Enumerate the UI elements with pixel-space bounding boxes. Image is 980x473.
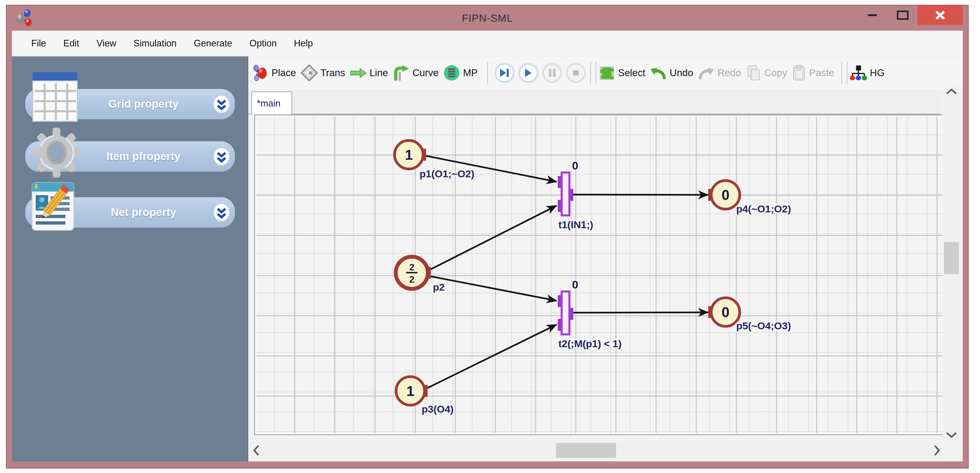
arc-p2-t1[interactable]: [431, 205, 557, 269]
mp-tool-label: MP: [463, 67, 478, 78]
horizontal-scroll-thumb[interactable]: [556, 443, 616, 458]
undo-icon: [650, 65, 667, 80]
place-tokens: 0: [722, 304, 730, 320]
place-p3[interactable]: 1p3(O4): [396, 377, 454, 415]
transition-counter: 0: [572, 279, 578, 291]
tab-main-label: *main: [257, 98, 280, 109]
place-p2[interactable]: 22p2: [396, 257, 445, 293]
pause-button[interactable]: [543, 64, 562, 82]
place-label: p4(~O1;O2): [736, 203, 791, 215]
copy-label: Copy: [764, 67, 787, 78]
scroll-down-icon[interactable]: [945, 431, 958, 439]
line-tool-button[interactable]: Line: [350, 65, 388, 81]
place-p4[interactable]: 0p4(~O1;O2): [708, 181, 791, 215]
line-arrow-icon: [350, 65, 367, 81]
hg-label: HG: [870, 67, 885, 78]
menubar: File Edit View Simulation Generate Optio…: [12, 31, 963, 56]
arc-t1-p4[interactable]: [571, 194, 708, 195]
net-property-expand-button[interactable]: [213, 203, 230, 222]
transition-label: t2(;M(p1) < 1): [558, 338, 622, 349]
arc-p2-t2[interactable]: [431, 276, 557, 301]
scroll-right-icon[interactable]: [933, 444, 941, 456]
place-tokens: 1: [405, 147, 413, 163]
copy-icon: [746, 65, 761, 81]
place-tool-button[interactable]: Place: [253, 65, 296, 81]
menu-simulation[interactable]: Simulation: [125, 38, 185, 49]
place-label: p3(O4): [422, 403, 454, 415]
maximize-icon: [897, 10, 908, 20]
place-tool-label: Place: [272, 67, 296, 78]
redo-button[interactable]: Redo: [698, 65, 741, 80]
toolbar-separator: [487, 62, 488, 84]
arc-t2-p5[interactable]: [571, 312, 708, 313]
paste-icon: [792, 65, 806, 81]
menu-help[interactable]: Help: [285, 38, 321, 49]
place-capacity: 2: [409, 274, 414, 285]
item-property-label: Item pfroperty: [80, 150, 180, 163]
arc-p3-t2[interactable]: [428, 325, 557, 388]
menu-view[interactable]: View: [88, 38, 125, 49]
transition-t2[interactable]: 0t2(;M(p1) < 1): [558, 279, 622, 349]
paste-button[interactable]: Paste: [792, 65, 834, 81]
stop-button[interactable]: [567, 64, 585, 82]
grid-table-icon: [32, 72, 81, 123]
mp-tool-button[interactable]: MP: [443, 65, 478, 81]
scroll-up-icon[interactable]: [945, 88, 958, 96]
toolbar-separator: [842, 62, 842, 84]
maximize-button[interactable]: [888, 5, 918, 25]
menu-file[interactable]: File: [22, 38, 55, 49]
paste-label: Paste: [809, 67, 834, 78]
vertical-scrollbar[interactable]: [943, 87, 960, 440]
toolbar-separator: [590, 62, 591, 84]
copy-button[interactable]: Copy: [746, 65, 787, 81]
place-tokens: 1: [406, 383, 414, 399]
place-tokens: 2: [409, 262, 414, 272]
mp-icon: [443, 65, 460, 81]
tab-main[interactable]: *main: [251, 91, 292, 115]
menu-edit[interactable]: Edit: [55, 38, 88, 49]
trans-tool-button[interactable]: Trans: [301, 65, 345, 81]
item-property-expand-button[interactable]: [213, 147, 230, 166]
main-area: Place Trans Line: [248, 56, 963, 462]
stop-icon: [573, 70, 579, 76]
place-icon: [253, 65, 269, 81]
minimize-button[interactable]: [858, 5, 888, 25]
petri-net-svg: 0t1(IN1;)0t2(;M(p1) < 1)1p1(O1;~O2)22p21…: [255, 115, 946, 434]
place-p5[interactable]: 0p5(~O4;O3): [708, 298, 791, 331]
select-icon: [598, 65, 615, 81]
scroll-left-icon[interactable]: [253, 444, 260, 456]
menu-generate[interactable]: Generate: [185, 38, 241, 49]
transition-counter: 0: [572, 160, 578, 172]
window-content: File Edit View Simulation Generate Optio…: [12, 31, 963, 462]
redo-icon: [698, 65, 714, 80]
trans-tool-label: Trans: [321, 67, 345, 78]
undo-button[interactable]: Undo: [650, 65, 693, 80]
place-label: p1(O1;~O2): [420, 168, 474, 179]
toolbar: Place Trans Line: [248, 56, 963, 89]
curve-tool-button[interactable]: Curve: [393, 65, 439, 81]
minimize-icon: [868, 14, 878, 17]
select-button[interactable]: Select: [598, 65, 646, 81]
step-button[interactable]: [495, 64, 514, 82]
play-button[interactable]: [519, 64, 538, 82]
grid-property-expand-button[interactable]: [213, 95, 230, 114]
hg-button[interactable]: HG: [850, 65, 885, 81]
pause-icon: [548, 68, 556, 77]
place-tokens: 0: [722, 187, 730, 203]
gear-icon: [33, 127, 80, 178]
vertical-scroll-thumb[interactable]: [944, 242, 959, 274]
petri-net-canvas[interactable]: 0t1(IN1;)0t2(;M(p1) < 1)1p1(O1;~O2)22p21…: [254, 115, 947, 435]
close-button[interactable]: [918, 5, 963, 25]
place-p1[interactable]: 1p1(O1;~O2): [395, 140, 474, 179]
horizontal-scrollbar[interactable]: [251, 442, 943, 459]
tabbar: *main: [248, 89, 940, 115]
toolbar-separator: [847, 62, 847, 84]
menu-option[interactable]: Option: [241, 38, 285, 49]
window-title: FIPN-SML: [6, 12, 968, 24]
titlebar: FIPN-SML: [6, 5, 968, 31]
sidebar: Grid property: [12, 56, 248, 462]
net-card-icon: [32, 180, 82, 233]
toolbar-separator: [595, 62, 596, 84]
step-icon: [500, 68, 510, 78]
select-label: Select: [618, 67, 646, 78]
